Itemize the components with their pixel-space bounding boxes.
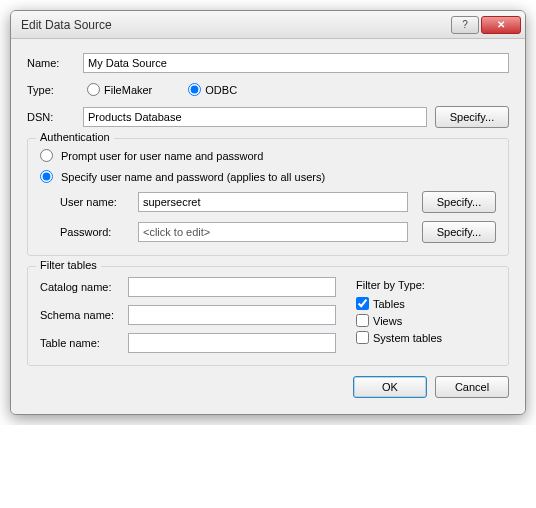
filter-by-type-label: Filter by Type: <box>356 279 496 291</box>
table-label: Table name: <box>40 337 128 349</box>
dsn-input[interactable] <box>83 107 427 127</box>
filter-system-label: System tables <box>373 332 442 344</box>
close-button[interactable]: ✕ <box>481 16 521 34</box>
password-specify-button[interactable]: Specify... <box>422 221 496 243</box>
window-title: Edit Data Source <box>21 18 451 32</box>
schema-label: Schema name: <box>40 309 128 321</box>
password-input[interactable] <box>138 222 408 242</box>
name-row: Name: <box>27 53 509 73</box>
auth-specify-radio[interactable] <box>40 170 53 183</box>
help-button[interactable]: ? <box>451 16 479 34</box>
auth-prompt-label: Prompt user for user name and password <box>61 150 263 162</box>
table-input[interactable] <box>128 333 336 353</box>
filter-views-checkbox[interactable] <box>356 314 369 327</box>
help-icon: ? <box>462 19 468 30</box>
filter-content: Catalog name: Schema name: Table name: F… <box>40 277 496 353</box>
type-label: Type: <box>27 84 83 96</box>
auth-credentials: User name: Specify... Password: Specify.… <box>60 191 496 243</box>
filter-names: Catalog name: Schema name: Table name: <box>40 277 336 353</box>
authentication-group: Authentication Prompt user for user name… <box>27 138 509 256</box>
auth-prompt-radio[interactable] <box>40 149 53 162</box>
dialog-footer: OK Cancel <box>27 376 509 398</box>
auth-specify-label: Specify user name and password (applies … <box>61 171 325 183</box>
catalog-row: Catalog name: <box>40 277 336 297</box>
cancel-button[interactable]: Cancel <box>435 376 509 398</box>
type-odbc-radio[interactable] <box>188 83 201 96</box>
filter-system-option[interactable]: System tables <box>356 331 496 344</box>
name-input[interactable] <box>83 53 509 73</box>
username-input[interactable] <box>138 192 408 212</box>
type-filemaker-label: FileMaker <box>104 84 152 96</box>
dialog-body: Name: Type: FileMaker ODBC DSN: Specify.… <box>11 39 525 414</box>
auth-prompt-option[interactable]: Prompt user for user name and password <box>40 149 496 162</box>
schema-row: Schema name: <box>40 305 336 325</box>
catalog-input[interactable] <box>128 277 336 297</box>
titlebar-buttons: ? ✕ <box>451 16 521 34</box>
close-icon: ✕ <box>497 19 505 30</box>
filter-by-type: Filter by Type: Tables Views System tabl… <box>356 277 496 353</box>
filter-system-checkbox[interactable] <box>356 331 369 344</box>
dsn-specify-button[interactable]: Specify... <box>435 106 509 128</box>
auth-specify-option[interactable]: Specify user name and password (applies … <box>40 170 496 183</box>
table-row: Table name: <box>40 333 336 353</box>
schema-input[interactable] <box>128 305 336 325</box>
filter-tables-option[interactable]: Tables <box>356 297 496 310</box>
authentication-legend: Authentication <box>36 131 114 143</box>
dsn-row: DSN: Specify... <box>27 106 509 128</box>
filter-views-label: Views <box>373 315 402 327</box>
type-row: Type: FileMaker ODBC <box>27 83 509 96</box>
password-label: Password: <box>60 226 130 238</box>
catalog-label: Catalog name: <box>40 281 128 293</box>
username-specify-button[interactable]: Specify... <box>422 191 496 213</box>
username-label: User name: <box>60 196 130 208</box>
filter-tables-legend: Filter tables <box>36 259 101 271</box>
dsn-label: DSN: <box>27 111 83 123</box>
dialog-window: Edit Data Source ? ✕ Name: Type: FileMak… <box>10 10 526 415</box>
password-row: Password: Specify... <box>60 221 496 243</box>
filter-tables-group: Filter tables Catalog name: Schema name:… <box>27 266 509 366</box>
type-filemaker-option[interactable]: FileMaker <box>87 83 152 96</box>
name-label: Name: <box>27 57 83 69</box>
type-radios: FileMaker ODBC <box>83 83 237 96</box>
type-odbc-label: ODBC <box>205 84 237 96</box>
type-odbc-option[interactable]: ODBC <box>188 83 237 96</box>
ok-button[interactable]: OK <box>353 376 427 398</box>
username-row: User name: Specify... <box>60 191 496 213</box>
titlebar: Edit Data Source ? ✕ <box>11 11 525 39</box>
filter-tables-label: Tables <box>373 298 405 310</box>
filter-views-option[interactable]: Views <box>356 314 496 327</box>
type-filemaker-radio[interactable] <box>87 83 100 96</box>
filter-tables-checkbox[interactable] <box>356 297 369 310</box>
